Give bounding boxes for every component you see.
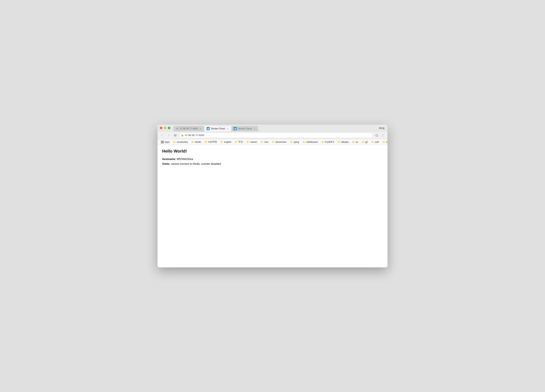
bookmark-vultr[interactable]: 📁 vultr bbox=[370, 140, 381, 144]
maximize-button[interactable] bbox=[168, 127, 170, 129]
hostname-label: Hostname: bbox=[162, 157, 176, 161]
bookmark-mac-label: mac bbox=[264, 141, 268, 143]
bookmark-kindle-label: kindle bbox=[195, 141, 201, 143]
bookmark-kindle[interactable]: 📁 kindle bbox=[190, 140, 202, 144]
svg-rect-10 bbox=[235, 128, 235, 129]
bookmark-english[interactable]: 📁 english bbox=[219, 140, 233, 144]
tab-favicon-3 bbox=[234, 127, 237, 130]
bookmark-blockchain[interactable]: 📁 blockchain bbox=[270, 140, 288, 144]
bookmark-middleware-label: middleware bbox=[306, 141, 318, 143]
bookmark-apps[interactable]: Apps bbox=[159, 140, 171, 144]
tab-title-3: Docker Cloud bbox=[238, 127, 252, 130]
bookmark-zistone[interactable]: 📁 字石 bbox=[233, 140, 245, 144]
svg-rect-3 bbox=[208, 128, 208, 129]
tab-title-2: Docker Cloud bbox=[211, 127, 225, 130]
visits-line: Visits: cannot connect to Redis, counter… bbox=[162, 162, 383, 166]
back-button[interactable] bbox=[159, 133, 165, 138]
address-bar-container[interactable]: 🔒 bbox=[179, 133, 373, 138]
bookmark-mac-env[interactable]: 📁 mac环境 bbox=[203, 140, 219, 144]
security-icon: 🔒 bbox=[181, 134, 184, 137]
close-button[interactable] bbox=[160, 127, 162, 129]
bookmark-zistone-label: 字石 bbox=[238, 140, 243, 144]
bookmark-english-label: english bbox=[224, 141, 231, 143]
svg-rect-9 bbox=[234, 128, 235, 129]
tab-1[interactable]: 47.96.95.77:4000 ✕ bbox=[173, 126, 204, 131]
traffic-lights bbox=[160, 127, 170, 129]
folder-icon: 📁 bbox=[272, 141, 275, 143]
address-bar[interactable] bbox=[185, 134, 371, 137]
tab-2[interactable]: Docker Cloud ✕ bbox=[204, 126, 231, 131]
svg-point-16 bbox=[383, 135, 383, 135]
page-heading: Hello World! bbox=[162, 149, 383, 154]
toolbar: 🔒 bbox=[158, 132, 387, 139]
folder-icon: 📁 bbox=[247, 141, 249, 143]
bookmark-alibaba[interactable]: 📁 alibaba bbox=[336, 140, 350, 144]
bookmark-star-button[interactable] bbox=[374, 133, 379, 138]
new-tab-area bbox=[258, 126, 264, 131]
folder-icon: 📁 bbox=[303, 141, 305, 143]
svg-rect-7 bbox=[208, 127, 209, 128]
bookmark-git-label: git bbox=[365, 141, 368, 143]
bookmark-fastdfs[interactable]: 📁 FastDFS bbox=[320, 140, 335, 144]
bookmark-vultr-label: vultr bbox=[375, 141, 379, 143]
folder-icon: 📁 bbox=[321, 141, 324, 143]
svg-point-15 bbox=[383, 134, 383, 134]
folder-icon: 📁 bbox=[191, 141, 194, 143]
svg-point-0 bbox=[176, 128, 178, 130]
bookmark-study[interactable]: 📁 study bbox=[381, 140, 387, 144]
page-info: Hostname: 8ff2566030ea Visits: cannot co… bbox=[162, 157, 383, 166]
bookmark-mac[interactable]: 📁 mac bbox=[259, 140, 270, 144]
svg-rect-2 bbox=[207, 128, 208, 129]
bookmark-vocabulary-label: vocabulary bbox=[177, 141, 188, 143]
folder-icon: 📁 bbox=[204, 141, 207, 143]
tab-3[interactable]: Docker Cloud ✕ bbox=[231, 126, 258, 131]
bookmark-alibaba-label: alibaba bbox=[341, 141, 349, 143]
folder-icon: 📁 bbox=[173, 141, 176, 143]
folder-icon: 📁 bbox=[371, 141, 374, 143]
bookmark-es-label: es bbox=[356, 141, 358, 143]
folder-icon: 📁 bbox=[290, 141, 293, 143]
bookmark-maven[interactable]: 📁 maven bbox=[245, 140, 259, 144]
bookmark-mac-env-label: mac环境 bbox=[208, 140, 217, 144]
svg-rect-5 bbox=[208, 128, 208, 128]
menu-button[interactable] bbox=[380, 133, 386, 138]
browser-window: 47.96.95.77:4000 ✕ bbox=[158, 125, 387, 267]
bookmark-sping-label: sping bbox=[294, 141, 299, 143]
title-bar: 47.96.95.77:4000 ✕ bbox=[158, 125, 387, 132]
bookmark-apps-label: Apps bbox=[164, 141, 170, 143]
folder-icon: 📁 bbox=[362, 141, 365, 143]
user-name: dong bbox=[379, 127, 384, 129]
minimize-button[interactable] bbox=[164, 127, 166, 129]
toolbar-right bbox=[374, 133, 386, 138]
forward-button[interactable] bbox=[166, 133, 171, 138]
bookmark-sping[interactable]: 📁 sping bbox=[288, 140, 301, 144]
hostname-line: Hostname: 8ff2566030ea bbox=[162, 157, 383, 162]
visits-label: Visits: bbox=[162, 162, 170, 165]
page-content: Hello World! Hostname: 8ff2566030ea Visi… bbox=[158, 145, 387, 267]
bookmark-study-label: study bbox=[386, 141, 387, 143]
svg-rect-14 bbox=[235, 127, 235, 128]
bookmark-middleware[interactable]: 📁 middleware bbox=[301, 140, 319, 144]
folder-icon: 📁 bbox=[220, 141, 223, 143]
bookmark-fastdfs-label: FastDFS bbox=[325, 141, 334, 143]
tab-title-1: 47.96.95.77:4000 bbox=[180, 127, 198, 130]
bookmark-git[interactable]: 📁 git bbox=[360, 140, 369, 144]
hostname-value: 8ff2566030ea bbox=[177, 157, 193, 161]
folder-icon: 📁 bbox=[337, 141, 340, 143]
tab-close-1[interactable]: ✕ bbox=[199, 127, 202, 130]
apps-grid-icon bbox=[161, 141, 164, 143]
tab-close-2[interactable]: ✕ bbox=[226, 127, 229, 130]
tab-favicon-2 bbox=[207, 127, 210, 130]
bookmark-es[interactable]: 📁 es bbox=[351, 140, 360, 144]
tabs-container: 47.96.95.77:4000 ✕ bbox=[173, 125, 264, 131]
svg-point-17 bbox=[383, 136, 383, 136]
bookmark-blockchain-label: blockchain bbox=[276, 141, 286, 143]
folder-icon: 📁 bbox=[235, 141, 238, 143]
visits-value: cannot connect to Redis, counter disable… bbox=[171, 162, 221, 165]
svg-rect-12 bbox=[235, 128, 235, 128]
bookmark-vocabulary[interactable]: 📁 vocabulary bbox=[172, 140, 189, 144]
reload-button[interactable] bbox=[173, 133, 178, 138]
bookmark-maven-label: maven bbox=[250, 141, 257, 143]
folder-icon: 📁 bbox=[383, 141, 385, 143]
tab-close-3[interactable]: ✕ bbox=[253, 127, 256, 130]
